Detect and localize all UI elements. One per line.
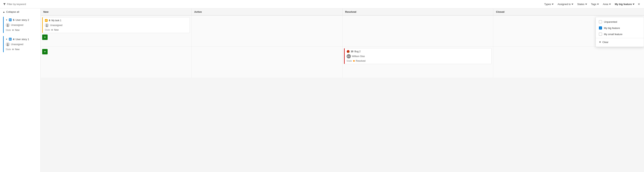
feature-dropdown-overlay: Unparented My big feature My small featu… [596,17,644,47]
svg-point-11 [46,24,48,25]
col-header-active: Active [192,8,342,15]
add-task-button-row2[interactable]: + [42,49,48,54]
feature-dropdown-panel: Unparented My big feature My small featu… [596,17,644,47]
task-title: My task 1 [52,19,61,22]
svg-point-12 [46,26,48,27]
state-dot [12,49,14,50]
add-task-button-row1[interactable]: + [42,34,48,40]
collapse-up-icon: ▲ [3,11,5,13]
funnel-icon [3,3,6,5]
dropdown-item-label: My big feature [604,27,620,29]
story-icon [9,38,12,41]
task-card-6-header: 6 My task 1 [45,19,188,22]
state-dot [51,29,53,31]
bug-icon: 🐛 [346,50,350,53]
sidebar: ▲ Collapse all ▼ 5 User story 2 [0,8,41,172]
story-1-title: User story 1 [16,38,29,41]
dropdown-item-label: Unparented [604,20,617,23]
close-filter-button[interactable]: ✕ [637,1,641,7]
task-icon [45,19,48,22]
unparented-checkbox[interactable] [599,20,602,23]
row-story1-closed [493,47,644,78]
kanban-board: New Active Resolved Closed [41,8,644,172]
task-card-6-assignee: Unassigned [45,23,188,27]
dropdown-item-unparented[interactable]: Unparented [596,19,644,25]
assigned-to-filter-button[interactable]: Assigned to [556,2,575,6]
story-2-card: ▼ 5 User story 2 Unassigned [3,17,37,33]
col-header-new: New [41,8,192,15]
my-small-feature-checkbox[interactable] [599,33,602,36]
story-1-assignee: Unassigned [4,41,37,47]
svg-rect-1 [9,19,10,21]
state-dot [12,29,14,31]
chevron-down-icon [609,3,611,5]
story-2-title: User story 2 [16,18,29,21]
filter-keyword-area: Filter by keyword [3,3,541,5]
chevron-down-icon [632,3,634,5]
row-story2-resolved [342,16,494,46]
row-story1-new: + [41,47,192,78]
story-icon [9,18,12,21]
bug-card-10: 🐛 10 Bug 2 WG William Glas State Resolve… [344,48,492,64]
avatar [6,23,10,27]
row-story1-resolved: 🐛 10 Bug 2 WG William Glas State Resolve… [342,47,494,78]
bug-card-10-assignee: WG William Glas [346,54,490,58]
chevron-down-icon [585,3,587,5]
main-area: ▲ Collapse all ▼ 5 User story 2 [0,8,644,172]
filter-keyword-label: Filter by keyword [7,3,26,5]
story-1-header: ▼ 4 User story 1 [4,36,37,41]
filter-bar-right: Types Assigned to States Tags Area My bi… [542,1,641,7]
story-2-state: State New [4,28,37,33]
bug-card-10-state: State Resolved [346,60,490,62]
area-filter-button[interactable]: Area [601,2,612,6]
svg-rect-6 [9,38,10,40]
dropdown-divider [596,38,644,38]
story-1-state: State New [4,47,37,52]
column-headers: New Active Resolved Closed [41,8,644,16]
story-group-1: ▼ 4 User story 1 Unassigned [0,34,40,54]
svg-point-3 [7,24,8,25]
chevron-down-icon [572,3,573,5]
row-story2-active [192,16,342,46]
clear-x-icon: ✕ [599,40,601,44]
svg-rect-7 [10,38,11,40]
avatar [6,42,10,46]
col-header-closed: Closed [493,8,644,15]
story-2-header: ▼ 5 User story 2 [4,17,37,22]
board-row-story1: + 🐛 10 Bug 2 WG William [41,47,644,78]
states-filter-button[interactable]: States [576,2,589,6]
chevron-down-icon [597,3,599,5]
feature-filter-button[interactable]: My big feature [613,2,636,6]
filter-bar: Filter by keyword Types Assigned to Stat… [0,0,644,8]
bug-title: Bug 2 [354,50,360,53]
avatar [45,23,49,27]
col-header-resolved: Resolved [342,8,494,15]
state-dot-resolved [353,60,355,62]
clear-label: Clear [602,41,608,44]
board-row-story2: 6 My task 1 Unassigned State New [41,16,644,47]
row-story1-active [192,47,342,78]
chevron-down-icon [552,3,554,5]
avatar: WG [346,54,351,58]
svg-point-8 [7,43,8,45]
collapse-all-button[interactable]: ▲ Collapse all [0,8,40,15]
svg-rect-2 [10,19,11,21]
collapse-icon: ▼ [6,19,8,21]
story-2-assignee: Unassigned [4,22,37,28]
dropdown-item-my-small-feature[interactable]: My small feature [596,31,644,37]
dropdown-item-my-big-feature[interactable]: My big feature [596,25,644,31]
tags-filter-button[interactable]: Tags [590,2,600,6]
svg-point-4 [7,25,9,27]
collapse-icon: ▼ [6,38,8,40]
bug-card-10-header: 🐛 10 Bug 2 [346,50,490,53]
task-card-6: 6 My task 1 Unassigned State New [42,17,190,33]
my-big-feature-checkbox[interactable] [599,26,602,29]
task-card-6-state: State New [45,28,188,31]
dropdown-item-label: My small feature [604,33,622,36]
svg-point-9 [7,45,9,46]
types-filter-button[interactable]: Types [542,2,555,6]
row-story2-new: 6 My task 1 Unassigned State New [41,16,192,46]
story-group-2: ▼ 5 User story 2 Unassigned [0,15,40,34]
clear-button[interactable]: ✕ Clear [596,39,644,45]
story-1-card: ▼ 4 User story 1 Unassigned [3,36,37,52]
